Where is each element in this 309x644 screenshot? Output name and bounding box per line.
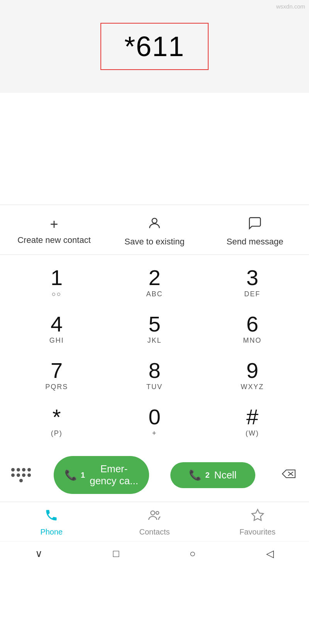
- dial-key-8[interactable]: 8 TUV: [116, 352, 193, 398]
- svg-point-3: [151, 511, 155, 515]
- contacts-tab-icon: [148, 508, 161, 525]
- chat-icon: [248, 216, 262, 233]
- dial-key-7[interactable]: 7 PQRS: [18, 352, 95, 398]
- nav-down-button[interactable]: ∨: [35, 548, 42, 560]
- display-area: *611: [0, 0, 309, 93]
- svg-marker-5: [252, 509, 263, 521]
- dial-letters-5: JKL: [147, 337, 161, 345]
- system-nav: ∨ □ ○ ◁: [0, 541, 309, 567]
- dial-digit-9: 9: [246, 359, 258, 383]
- send-message-label: Send message: [227, 237, 284, 247]
- nav-back-button[interactable]: ◁: [266, 548, 274, 560]
- tab-contacts[interactable]: Contacts: [104, 508, 205, 536]
- dialpad-row-3: 7 PQRS 8 TUV 9 WXYZ: [8, 352, 301, 398]
- dial-key-5[interactable]: 5 JKL: [116, 305, 193, 352]
- spacer: [0, 93, 309, 205]
- phone-tab-icon: [44, 508, 58, 525]
- dial-letters-6: MNO: [243, 337, 261, 345]
- dialpad-row-2: 4 GHI 5 JKL 6 MNO: [8, 305, 301, 352]
- dialpad-row-4: * (P) 0 + # (W): [8, 398, 301, 444]
- call-phone-icon-2: 📞: [189, 469, 201, 481]
- dial-letters-7: PQRS: [45, 383, 68, 391]
- dialpad-toggle-button[interactable]: [9, 468, 32, 482]
- dial-letters-8: TUV: [146, 383, 163, 391]
- ncell-call-label: Ncell: [214, 469, 237, 481]
- dial-letters-4: GHI: [49, 337, 64, 345]
- phone-number-box: *611: [100, 23, 209, 70]
- create-new-contact-label: Create new contact: [17, 235, 91, 245]
- dialpad-row-1: 1 ○○ 2 ABC 3 DEF: [8, 259, 301, 305]
- dial-key-4[interactable]: 4 GHI: [18, 305, 95, 352]
- dial-digit-4: 4: [51, 312, 63, 336]
- phone-number-display: *611: [124, 31, 185, 62]
- dial-digit-1: 1: [51, 266, 63, 290]
- emergency-call-label: Emer-gency ca...: [90, 463, 138, 487]
- action-row: + Create new contact Save to existing Se…: [0, 205, 309, 255]
- call-emergency-button[interactable]: 📞 1 Emer-gency ca...: [54, 456, 149, 494]
- dial-key-2[interactable]: 2 ABC: [116, 259, 193, 305]
- favourites-tab-label: Favourites: [239, 528, 275, 536]
- send-message-button[interactable]: Send message: [205, 216, 304, 247]
- dial-digit-star: *: [53, 405, 61, 429]
- ncell-call-num: 2: [205, 471, 209, 480]
- contacts-tab-label: Contacts: [139, 528, 170, 536]
- favourites-tab-icon: [251, 508, 265, 525]
- backspace-button[interactable]: [277, 467, 300, 483]
- svg-point-4: [156, 511, 159, 514]
- call-ncell-button[interactable]: 📞 2 Ncell: [170, 462, 255, 488]
- create-new-contact-button[interactable]: + Create new contact: [4, 217, 104, 245]
- dial-digit-6: 6: [246, 312, 258, 336]
- dial-letters-1: ○○: [52, 290, 62, 298]
- add-contact-icon: +: [50, 217, 58, 231]
- person-icon: [147, 216, 162, 233]
- dial-digit-7: 7: [51, 359, 63, 383]
- dial-key-9[interactable]: 9 WXYZ: [214, 352, 291, 398]
- watermark: wsxdn.com: [276, 3, 305, 10]
- svg-point-0: [152, 218, 157, 223]
- dial-letters-2: ABC: [146, 290, 163, 298]
- dial-digit-2: 2: [148, 266, 160, 290]
- emergency-call-num: 1: [81, 471, 85, 480]
- dial-digit-3: 3: [246, 266, 258, 290]
- dial-digit-0: 0: [148, 405, 160, 429]
- dial-key-hash[interactable]: # (W): [214, 398, 291, 444]
- bottom-actions: 📞 1 Emer-gency ca... 📞 2 Ncell: [0, 448, 309, 502]
- dial-letters-3: DEF: [244, 290, 260, 298]
- tab-favourites[interactable]: Favourites: [207, 508, 309, 536]
- dial-letters-0: +: [152, 429, 157, 437]
- dial-digit-5: 5: [148, 312, 160, 336]
- nav-tabs: Phone Contacts Favourites: [0, 502, 309, 541]
- call-phone-icon-1: 📞: [65, 469, 77, 481]
- dial-letters-9: WXYZ: [241, 383, 264, 391]
- phone-tab-label: Phone: [40, 528, 63, 536]
- tab-phone[interactable]: Phone: [0, 508, 102, 536]
- dial-letters-star: (P): [51, 429, 63, 437]
- dial-key-1[interactable]: 1 ○○: [18, 259, 95, 305]
- dial-key-3[interactable]: 3 DEF: [214, 259, 291, 305]
- dial-key-star[interactable]: * (P): [18, 398, 95, 444]
- nav-recents-button[interactable]: □: [113, 548, 119, 560]
- dial-digit-hash: #: [246, 405, 258, 429]
- save-to-existing-button[interactable]: Save to existing: [105, 216, 204, 247]
- dial-letters-hash: (W): [246, 429, 259, 437]
- dialpad: 1 ○○ 2 ABC 3 DEF 4 GHI 5 JKL 6 MNO 7 PQR…: [0, 255, 309, 448]
- dial-key-6[interactable]: 6 MNO: [214, 305, 291, 352]
- save-to-existing-label: Save to existing: [124, 237, 184, 247]
- dial-digit-8: 8: [148, 359, 160, 383]
- dial-key-0[interactable]: 0 +: [116, 398, 193, 444]
- nav-home-button[interactable]: ○: [190, 548, 196, 560]
